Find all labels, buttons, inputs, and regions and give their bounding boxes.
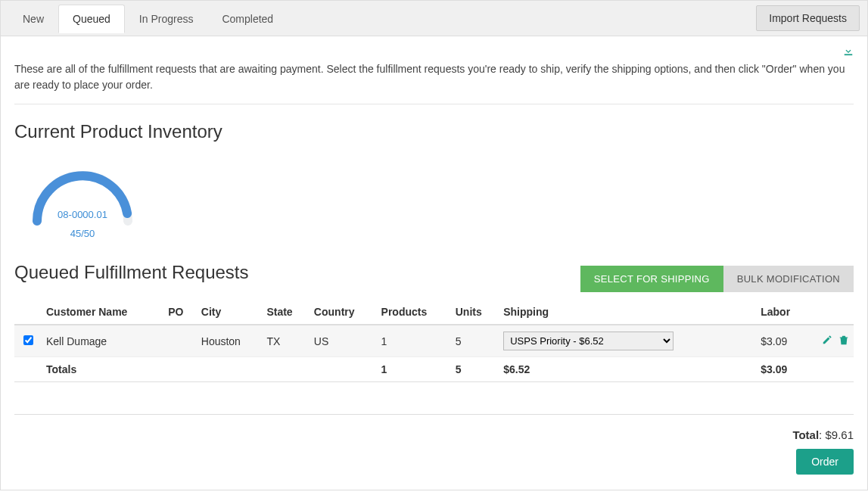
cell-shipping: USPS Priority - $6.52 (499, 325, 756, 357)
tab-bar: New Queued In Progress Completed Import … (1, 1, 867, 36)
col-header-products[interactable]: Products (377, 300, 451, 325)
app-container: New Queued In Progress Completed Import … (0, 0, 868, 490)
col-header-po[interactable]: PO (163, 300, 197, 325)
requests-heading: Queued Fulfillment Requests (14, 262, 249, 283)
download-row (14, 45, 854, 61)
select-for-shipping-button[interactable]: SELECT FOR SHIPPING (580, 266, 723, 292)
table-totals-row: Totals 1 5 $6.52 $3.09 (14, 357, 854, 382)
table-row: Kell Dumage Houston TX US 1 5 USPS Prior… (14, 325, 854, 357)
order-row: Order (14, 449, 854, 475)
col-header-shipping[interactable]: Shipping (499, 300, 756, 325)
inventory-heading: Current Product Inventory (14, 121, 854, 142)
col-header-units[interactable]: Units (451, 300, 499, 325)
bulk-modification-button[interactable]: BULK MODIFICATION (723, 266, 854, 292)
cell-po (163, 325, 197, 357)
intro-text: These are all of the fulfillment request… (14, 61, 854, 104)
col-header-city[interactable]: City (197, 300, 263, 325)
tab-queued[interactable]: Queued (58, 5, 125, 33)
requests-header-row: Queued Fulfillment Requests SELECT FOR S… (14, 245, 854, 294)
total-value: $9.61 (825, 428, 854, 441)
order-button[interactable]: Order (796, 449, 854, 475)
import-requests-button[interactable]: Import Requests (756, 5, 860, 31)
col-header-country[interactable]: Country (310, 300, 377, 325)
grand-total-row: Total: $9.61 (14, 428, 854, 441)
divider (14, 414, 854, 415)
cell-country: US (310, 325, 377, 357)
tab-new[interactable]: New (8, 5, 58, 33)
edit-icon[interactable] (822, 335, 832, 347)
totals-units: 5 (451, 357, 499, 382)
shipping-select[interactable]: USPS Priority - $6.52 (503, 332, 674, 350)
cell-products: 1 (377, 325, 451, 357)
col-header-state[interactable]: State (262, 300, 309, 325)
cell-labor: $3.09 (756, 325, 808, 357)
svg-rect-0 (845, 54, 853, 55)
cell-city: Houston (197, 325, 263, 357)
inventory-gauge[interactable]: 08-0000.01 45/50 (14, 153, 151, 239)
col-header-actions (808, 300, 854, 325)
totals-labor: $3.09 (756, 357, 808, 382)
requests-table: Customer Name PO City State Country Prod… (14, 300, 854, 382)
totals-label: Totals (42, 357, 163, 382)
gauge-count-label: 45/50 (14, 228, 151, 239)
trash-icon[interactable] (838, 335, 849, 347)
cell-state: TX (262, 325, 309, 357)
content-area: These are all of the fulfillment request… (1, 36, 867, 490)
tab-in-progress[interactable]: In Progress (125, 5, 208, 33)
row-checkbox[interactable] (23, 335, 33, 345)
totals-shipping: $6.52 (499, 357, 756, 382)
col-header-customer[interactable]: Customer Name (42, 300, 163, 325)
requests-action-buttons: SELECT FOR SHIPPING BULK MODIFICATION (580, 266, 854, 292)
col-header-checkbox (14, 300, 42, 325)
download-icon[interactable] (843, 45, 854, 58)
cell-customer: Kell Dumage (42, 325, 163, 357)
total-label: Total (792, 428, 819, 441)
col-header-labor[interactable]: Labor (756, 300, 808, 325)
cell-units: 5 (451, 325, 499, 357)
tab-completed[interactable]: Completed (207, 5, 288, 33)
totals-products: 1 (377, 357, 451, 382)
